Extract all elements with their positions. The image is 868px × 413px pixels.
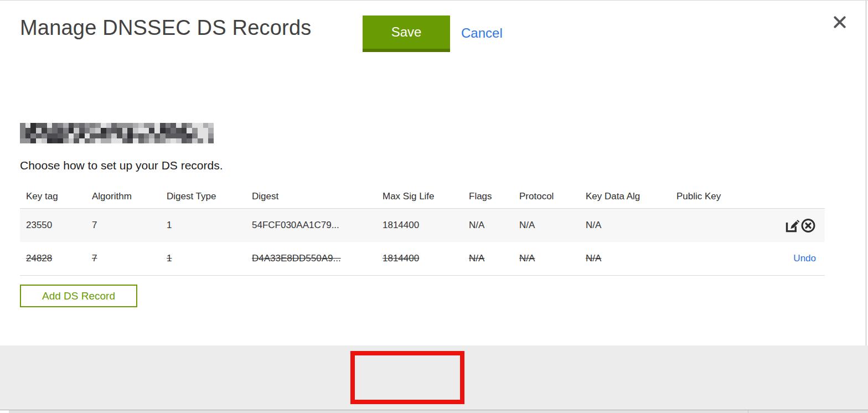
table-row: 23550 7 1 54FCF030AA1C79... 1814400 N/A … bbox=[20, 208, 825, 242]
page-behind-strip bbox=[0, 410, 868, 413]
col-header-protocol: Protocol bbox=[513, 191, 580, 202]
ds-records-table: Key tag Algorithm Digest Type Digest Max… bbox=[20, 185, 825, 276]
col-header-key-tag: Key tag bbox=[20, 191, 86, 202]
close-icon[interactable] bbox=[830, 13, 849, 32]
undo-link[interactable]: Undo bbox=[793, 253, 816, 264]
cell-max-sig-life: 1814400 bbox=[376, 253, 463, 264]
page-behind-segment bbox=[0, 410, 9, 413]
red-highlight-annotation bbox=[350, 351, 464, 404]
col-header-max-sig-life: Max Sig Life bbox=[376, 191, 463, 202]
redacted-domain-name bbox=[20, 123, 214, 143]
cell-digest: D4A33E8DD550A9... bbox=[246, 253, 376, 264]
cell-algorithm: 7 bbox=[86, 253, 161, 264]
page-title: Manage DNSSEC DS Records bbox=[20, 16, 311, 40]
cell-digest-type: 1 bbox=[161, 220, 246, 231]
cell-key-tag: 24828 bbox=[20, 253, 86, 264]
save-button[interactable]: Save bbox=[363, 16, 450, 52]
cell-digest-type: 1 bbox=[161, 253, 246, 264]
cell-digest: 54FCF030AA1C79... bbox=[246, 220, 376, 231]
cell-key-data-alg: N/A bbox=[580, 253, 670, 264]
col-header-public-key: Public Key bbox=[670, 191, 825, 202]
cancel-link[interactable]: Cancel bbox=[461, 25, 503, 41]
table-row-deleted: 24828 7 1 D4A33E8DD550A9... 1814400 N/A … bbox=[20, 242, 825, 276]
edit-record-icon[interactable] bbox=[784, 218, 799, 233]
page-behind-divider bbox=[748, 410, 748, 413]
col-header-digest-type: Digest Type bbox=[161, 191, 246, 202]
col-header-key-data-alg: Key Data Alg bbox=[580, 191, 670, 202]
cell-protocol: N/A bbox=[513, 253, 580, 264]
col-header-digest: Digest bbox=[246, 191, 376, 202]
cell-key-data-alg: N/A bbox=[580, 220, 670, 231]
col-header-flags: Flags bbox=[463, 191, 513, 202]
cell-flags: N/A bbox=[463, 253, 513, 264]
cell-algorithm: 7 bbox=[86, 220, 161, 231]
cell-key-tag: 23550 bbox=[20, 220, 86, 231]
intro-text: Choose how to set up your DS records. bbox=[20, 159, 223, 172]
modal-footer bbox=[0, 345, 868, 410]
table-header-row: Key tag Algorithm Digest Type Digest Max… bbox=[20, 185, 825, 208]
cell-max-sig-life: 1814400 bbox=[376, 220, 463, 231]
cell-protocol: N/A bbox=[513, 220, 580, 231]
add-ds-record-button[interactable]: Add DS Record bbox=[20, 285, 137, 307]
manage-dnssec-modal: Manage DNSSEC DS Records Choose how to s… bbox=[0, 0, 868, 413]
delete-record-icon[interactable] bbox=[800, 218, 816, 233]
col-header-algorithm: Algorithm bbox=[86, 191, 161, 202]
cell-flags: N/A bbox=[463, 220, 513, 231]
